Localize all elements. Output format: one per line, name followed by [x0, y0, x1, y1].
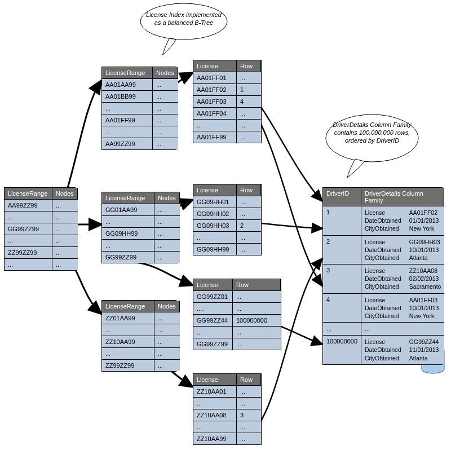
- btree-root-table: LicenseRangeNodesAA99ZZ99.........GG99ZZ…: [4, 187, 76, 271]
- root-cell: ...: [52, 223, 78, 235]
- node-a-header: LicenseRange: [102, 67, 153, 79]
- leaf-a-cell: ...: [237, 131, 261, 143]
- leaf-a-header: Row: [237, 60, 261, 72]
- node-a-cell: ...: [102, 126, 153, 138]
- leaf-d-cell: ...: [237, 433, 261, 444]
- details-field-key: DateObtained: [365, 246, 401, 254]
- details-field-key: License: [365, 296, 401, 304]
- node-a-cell: AA01BB99: [102, 91, 153, 103]
- leaf-b-cell: GG09HH99: [193, 244, 237, 255]
- node-a-cell: AA99ZZ99: [102, 138, 153, 149]
- leaf-c-cell: GG99ZZ44: [193, 315, 233, 327]
- details-field-value: Atlanta: [409, 254, 441, 262]
- details-field-value: 02/02/2013: [409, 275, 441, 283]
- node-b-cell: GG99ZZ99: [102, 252, 154, 263]
- btree-leaf-d: LicenseRowZZ10AA01.........ZZ10AA083....…: [193, 373, 262, 445]
- details-field-key: CityObtained: [365, 224, 401, 232]
- details-field-value: ZZ10AA08: [409, 267, 441, 275]
- details-field-key: CityObtained: [365, 312, 401, 320]
- node-c-cell: ...: [154, 348, 180, 360]
- node-a-cell: ...: [102, 103, 153, 114]
- node-c-cell: ZZ10AA99: [102, 336, 154, 348]
- details-field-value: AA01FF03: [409, 296, 441, 304]
- details-field-key: CityObtained: [365, 254, 401, 262]
- leaf-a-cell: AA01FF01: [193, 72, 237, 84]
- details-field-value: New York: [409, 312, 441, 320]
- details-body: ...: [361, 323, 444, 336]
- root-header: Nodes: [52, 188, 78, 200]
- leaf-c-cell: 100000000: [233, 315, 281, 327]
- details-driverid: 3: [323, 265, 361, 294]
- root-cell: ...: [5, 211, 52, 223]
- details-field-key: License: [365, 209, 401, 217]
- node-b-cell: GG09HH99: [102, 228, 154, 240]
- leaf-c-cell: ...: [233, 303, 281, 315]
- details-field-value: Atlanta: [409, 354, 441, 362]
- details-field-value: 11/01/2013: [409, 346, 441, 354]
- node-a-cell: ...: [153, 114, 178, 126]
- leaf-d-cell: ZZ10AA08: [193, 409, 237, 421]
- details-body: LicenseAA01FF02DateObtained01/01/2013Cit…: [361, 206, 444, 236]
- leaf-a-cell: ...: [237, 108, 261, 120]
- btree-leaf-a: LicenseRowAA01FF01...AA01FF021AA01FF034A…: [193, 60, 262, 143]
- details-body: LicenseZZ10AA08DateObtained02/02/2013Cit…: [361, 265, 444, 294]
- node-c-cell: ...: [154, 324, 180, 336]
- details-field-value: GG09HH03: [409, 238, 441, 246]
- btree-leaf-b: LicenseRowGG09HH01...GG09HH02...GG09HH03…: [193, 184, 262, 255]
- details-field-value: AA01FF02: [409, 209, 441, 217]
- node-b-cell: ...: [154, 252, 180, 263]
- leaf-d-header: Row: [237, 374, 261, 386]
- leaf-b-cell: ...: [237, 244, 261, 255]
- leaf-d-cell: ZZ10AA01: [193, 386, 237, 398]
- leaf-d-header: License: [193, 374, 237, 386]
- btree-node-c: LicenseRangeNodesZZ01AA99.........ZZ10AA…: [101, 300, 176, 372]
- leaf-a-cell: AA01FF04: [193, 108, 237, 120]
- leaf-c-cell: ...: [233, 291, 281, 303]
- details-field-value: GG99ZZ44: [409, 338, 441, 346]
- leaf-d-cell: ZZ10AA99: [193, 433, 237, 444]
- node-b-cell: ...: [154, 240, 180, 252]
- root-cell: AA99ZZ99: [5, 200, 52, 211]
- node-b-header: LicenseRange: [102, 192, 154, 204]
- root-cell: ...: [5, 235, 52, 247]
- details-field-value: 10/01/2013: [409, 246, 441, 254]
- leaf-a-cell: ...: [237, 120, 261, 131]
- node-a-cell: AA01FF99: [102, 114, 153, 126]
- node-a-cell: ...: [153, 79, 178, 91]
- details-driverid: ...: [323, 323, 361, 336]
- node-c-cell: ...: [154, 336, 180, 348]
- leaf-d-cell: ...: [237, 386, 261, 398]
- details-driverid: 1: [323, 206, 361, 236]
- root-cell: GG99ZZ99: [5, 223, 52, 235]
- details-field-key: License: [365, 267, 401, 275]
- root-cell: ...: [52, 247, 78, 259]
- node-b-cell: ...: [102, 216, 154, 228]
- details-field-key: DateObtained: [365, 275, 401, 283]
- details-header: DriverID: [323, 188, 361, 206]
- details-field-key: ...: [365, 325, 370, 333]
- details-field-key: CityObtained: [365, 354, 401, 362]
- leaf-b-cell: ...: [237, 208, 261, 220]
- leaf-d-cell: ...: [237, 398, 261, 409]
- btree-node-a: LicenseRangeNodesAA01AA99...AA01BB99....…: [101, 67, 176, 150]
- node-a-cell: ...: [153, 138, 178, 149]
- node-c-cell: ...: [102, 324, 154, 336]
- btree-node-b: LicenseRangeNodesGG01AA99.........GG09HH…: [101, 192, 178, 263]
- node-c-cell: ...: [154, 360, 180, 371]
- btree-leaf-c: LicenseRowGG99ZZ01..........GG99ZZ441000…: [193, 279, 281, 350]
- node-a-header: Nodes: [153, 67, 178, 79]
- node-b-cell: ...: [154, 216, 180, 228]
- leaf-b-cell: 2: [237, 220, 261, 232]
- node-c-header: LicenseRange: [102, 301, 154, 312]
- leaf-d-cell: ...: [193, 398, 237, 409]
- details-field-key: DateObtained: [365, 304, 401, 312]
- node-b-cell: ...: [102, 240, 154, 252]
- leaf-b-cell: ...: [237, 196, 261, 208]
- callout-driver-text: DriverDetails Column Family contains 100…: [330, 121, 414, 144]
- details-field-value: [378, 325, 441, 333]
- leaf-a-cell: AA01FF99: [193, 131, 237, 143]
- driver-details-table: DriverIDDriverDetails Column Family1Lice…: [322, 187, 443, 365]
- leaf-b-header: Row: [237, 184, 261, 196]
- details-header: DriverDetails Column Family: [361, 188, 444, 206]
- root-cell: ...: [5, 259, 52, 270]
